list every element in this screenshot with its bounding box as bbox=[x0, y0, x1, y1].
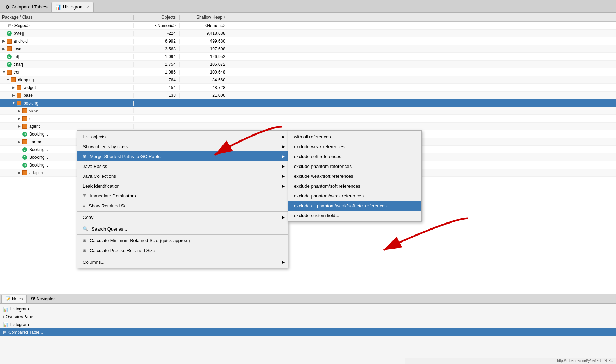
table-row-selected[interactable]: booking bbox=[0, 99, 616, 107]
row-label: char[] bbox=[14, 62, 24, 67]
submenu-arrow-icon: ▶ bbox=[282, 215, 285, 220]
menu-item-copy[interactable]: Copy ▶ bbox=[77, 212, 288, 222]
row-label: agent bbox=[29, 124, 40, 129]
submenu-item-exclude-all[interactable]: exclude all phantom/weak/soft etc. refer… bbox=[288, 201, 421, 211]
row-label: adapter... bbox=[29, 170, 47, 175]
package-icon bbox=[22, 116, 27, 121]
cell-shallow: 100,648 bbox=[180, 70, 229, 75]
tree-arrow[interactable] bbox=[12, 86, 15, 89]
cell-shallow: 84,560 bbox=[180, 77, 229, 82]
submenu-item-exclude-phantom-soft[interactable]: exclude phantom/soft references bbox=[288, 181, 421, 191]
tab-histogram-close[interactable]: ✕ bbox=[87, 5, 90, 9]
bar-chart-icon: 📊 bbox=[3, 322, 8, 327]
table-row[interactable]: widget 154 48,728 bbox=[0, 84, 616, 92]
submenu-item-exclude-phantom[interactable]: exclude phantom references bbox=[288, 161, 421, 171]
submenu-item-exclude-soft[interactable]: exclude soft references bbox=[288, 151, 421, 161]
package-icon bbox=[22, 170, 27, 175]
tree-arrow[interactable] bbox=[12, 93, 15, 97]
menu-item-search-queries[interactable]: 🔍 Search Queries... bbox=[77, 224, 288, 234]
menu-item-calc-min[interactable]: ⊞ Calculate Minimum Retained Size (quick… bbox=[77, 236, 288, 245]
navigator-icon: 🗺 bbox=[31, 296, 35, 301]
tree-arrow[interactable] bbox=[18, 171, 21, 175]
retained-icon: ≡ bbox=[83, 203, 85, 208]
tree-arrow[interactable] bbox=[2, 47, 6, 51]
package-icon bbox=[7, 39, 12, 44]
tab-histogram[interactable]: 📊 Histogram ✕ bbox=[51, 2, 94, 12]
menu-item-show-retained[interactable]: ≡ Show Retained Set bbox=[77, 201, 288, 211]
menu-item-show-objects[interactable]: Show objects by class ▶ bbox=[77, 142, 288, 151]
cell-package: util bbox=[0, 116, 134, 121]
nav-item-overview[interactable]: i OverviewPane... bbox=[0, 313, 616, 321]
menu-item-java-collections[interactable]: Java Collections ▶ bbox=[77, 171, 288, 181]
nav-item-compared[interactable]: ⊞ Compared Table... bbox=[0, 328, 616, 336]
submenu-item-exclude-phantom-weak[interactable]: exclude phantom/weak references bbox=[288, 191, 421, 201]
col-header-objects[interactable]: Objects bbox=[134, 15, 180, 20]
menu-item-label: Calculate Precise Retained Size bbox=[90, 248, 155, 253]
cell-package: dianping bbox=[0, 77, 134, 82]
tree-arrow[interactable] bbox=[18, 117, 21, 120]
menu-item-label: Copy bbox=[83, 215, 93, 220]
menu-item-merge-shortest[interactable]: ⊕ Merge Shortest Paths to GC Roots ▶ bbox=[77, 151, 288, 161]
cell-package: android bbox=[0, 39, 134, 44]
col-header-package[interactable]: Package / Class bbox=[0, 15, 134, 20]
table-row[interactable]: C char[] 1,754 105,072 bbox=[0, 61, 616, 68]
table-row[interactable]: android 6,992 499,680 bbox=[0, 37, 616, 45]
cell-objects: 3,568 bbox=[134, 46, 180, 51]
table-row[interactable]: view bbox=[0, 107, 616, 115]
menu-item-java-basics[interactable]: Java Basics ▶ bbox=[77, 161, 288, 171]
submenu-item-label: exclude phantom/weak references bbox=[294, 193, 364, 199]
table-row[interactable]: util bbox=[0, 115, 616, 123]
menu-item-label: Java Basics bbox=[83, 164, 107, 169]
regex-icon: ⊞ bbox=[8, 23, 12, 28]
tree-arrow[interactable] bbox=[2, 39, 6, 43]
submenu-item-label: exclude soft references bbox=[294, 154, 341, 159]
col-header-shallow[interactable]: Shallow Heap bbox=[180, 15, 229, 20]
histogram-icon: 📊 bbox=[55, 4, 61, 10]
table-row[interactable]: java 3,568 197,608 bbox=[0, 45, 616, 53]
row-label: widget bbox=[24, 85, 36, 90]
menu-item-leak-identification[interactable]: Leak Identification ▶ bbox=[77, 181, 288, 191]
cell-objects: 764 bbox=[134, 77, 180, 82]
calc-icon: ⊞ bbox=[83, 238, 86, 243]
tree-arrow[interactable] bbox=[12, 101, 15, 105]
tab-navigator[interactable]: 🗺 Navigator bbox=[27, 295, 58, 303]
nav-item-histogram1[interactable]: 📊 histogram bbox=[0, 305, 616, 313]
menu-item-calc-precise[interactable]: ⊞ Calculate Precise Retained Size bbox=[77, 245, 288, 255]
table-row[interactable]: base 138 21,000 bbox=[0, 92, 616, 99]
cell-shallow: <Numeric> bbox=[180, 23, 229, 28]
tab-compared-tables[interactable]: ⚙ Compared Tables bbox=[1, 2, 51, 12]
tab-notes[interactable]: 📝 Notes bbox=[1, 295, 27, 303]
table-row[interactable]: agent bbox=[0, 123, 616, 130]
submenu-arrow-icon: ▶ bbox=[282, 260, 285, 264]
menu-separator bbox=[77, 234, 288, 235]
tree-arrow[interactable] bbox=[18, 109, 21, 113]
tree-arrow[interactable] bbox=[18, 140, 21, 144]
bottom-panel: 📝 Notes 🗺 Navigator 📊 histogram i Overvi… bbox=[0, 294, 616, 364]
nav-item-histogram2[interactable]: 📊 histogram bbox=[0, 321, 616, 328]
menu-item-immediate-dominators[interactable]: ⊞ Immediate Dominators bbox=[77, 191, 288, 201]
tree-arrow[interactable] bbox=[18, 124, 21, 128]
submenu-item-with-all[interactable]: with all references bbox=[288, 132, 421, 142]
submenu-item-exclude-weak-soft[interactable]: exclude weak/soft references bbox=[288, 171, 421, 181]
table-row[interactable]: dianping 764 84,560 bbox=[0, 76, 616, 84]
tree-arrow[interactable] bbox=[2, 70, 6, 74]
table-row[interactable]: C int[] 1,094 126,952 bbox=[0, 53, 616, 61]
submenu-item-exclude-weak[interactable]: exclude weak references bbox=[288, 142, 421, 151]
menu-item-columns[interactable]: Columns... ▶ bbox=[77, 257, 288, 267]
compared-tables-icon: ⚙ bbox=[5, 4, 10, 10]
tab-notes-label: Notes bbox=[12, 296, 23, 301]
table-row[interactable]: C byte[] -224 9,418,688 bbox=[0, 30, 616, 37]
row-label: com bbox=[14, 70, 22, 75]
row-label: base bbox=[24, 93, 33, 98]
package-icon bbox=[22, 108, 27, 113]
tree-arrow[interactable] bbox=[6, 78, 10, 82]
row-label: Booking... bbox=[29, 163, 48, 168]
row-label: <Regex> bbox=[12, 23, 30, 28]
table-row[interactable]: ⊞ <Regex> <Numeric> <Numeric> bbox=[0, 22, 616, 30]
bar-chart-icon: 📊 bbox=[3, 307, 8, 312]
cell-shallow: 9,418,688 bbox=[180, 31, 229, 36]
status-url: http://infoandes.net/y/oa1935628P... bbox=[557, 359, 613, 363]
submenu-item-exclude-custom[interactable]: exclude custom field... bbox=[288, 211, 421, 220]
menu-item-list-objects[interactable]: List objects ▶ bbox=[77, 132, 288, 142]
table-row[interactable]: com 1,086 100,648 bbox=[0, 68, 616, 76]
